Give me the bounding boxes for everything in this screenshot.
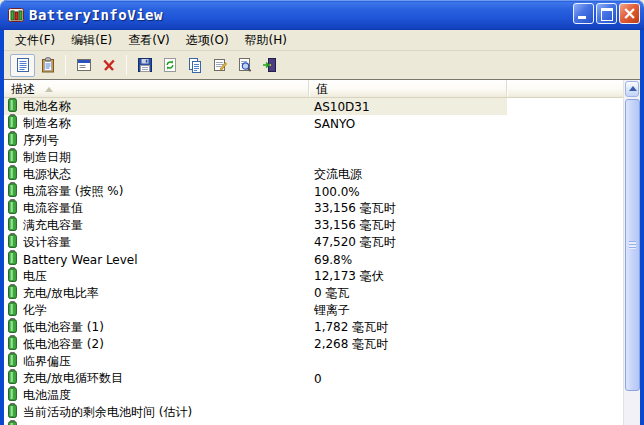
table-row[interactable]: 化学锂离子 bbox=[4, 302, 623, 319]
row-description: 制造日期 bbox=[23, 149, 309, 166]
window-body: 文件(F)编辑(E)查看(V)选项(O)帮助(H) 描述 值 电池名称AS10D… bbox=[0, 30, 644, 425]
table-rows: 电池名称AS10D31制造名称SANYO序列号制造日期电源状态交流电源电流容量 … bbox=[4, 98, 623, 425]
table-row[interactable]: 制造日期 bbox=[4, 149, 623, 166]
table-row[interactable]: 充电/放电循环数目0 bbox=[4, 370, 623, 387]
menu-item-options[interactable]: 选项(O) bbox=[178, 30, 237, 51]
table-row[interactable]: 电源状态交流电源 bbox=[4, 166, 623, 183]
row-description: 电源状态 bbox=[23, 166, 309, 183]
save-icon bbox=[137, 57, 153, 73]
table-row[interactable]: 序列号 bbox=[4, 132, 623, 149]
row-description: 电池温度 bbox=[23, 387, 309, 404]
minimize-button[interactable] bbox=[573, 3, 594, 24]
row-description: 低电池容量 (2) bbox=[23, 336, 309, 353]
sort-ascending-icon bbox=[45, 87, 53, 92]
table-row[interactable]: Battery Wear Level69.8% bbox=[4, 251, 623, 268]
choose-columns-button[interactable] bbox=[71, 54, 96, 77]
menu-item-view[interactable]: 查看(V) bbox=[120, 30, 178, 51]
row-value: AS10D31 bbox=[309, 100, 370, 114]
window-controls bbox=[573, 3, 640, 24]
battery-info-table: 描述 值 电池名称AS10D31制造名称SANYO序列号制造日期电源状态交流电源… bbox=[4, 79, 640, 425]
row-value: 33,156 毫瓦时 bbox=[309, 200, 396, 217]
table-row[interactable]: 设计容量47,520 毫瓦时 bbox=[4, 234, 623, 251]
row-description: 电流容量 (按照 %) bbox=[23, 183, 309, 200]
row-value: 47,520 毫瓦时 bbox=[309, 234, 396, 251]
table-header: 描述 值 bbox=[4, 80, 623, 98]
copy-icon bbox=[187, 57, 203, 73]
find-button[interactable] bbox=[232, 54, 257, 77]
column-header-description[interactable]: 描述 bbox=[4, 80, 309, 97]
window-title: BatteryInfoView bbox=[29, 7, 573, 23]
maximize-button[interactable] bbox=[596, 3, 617, 24]
toolbar-separator bbox=[65, 55, 66, 75]
report-view-icon bbox=[15, 57, 31, 73]
row-description: Battery Wear Level bbox=[23, 253, 309, 267]
row-description: 电流容量值 bbox=[23, 200, 309, 217]
row-description: 序列号 bbox=[23, 132, 309, 149]
table-row[interactable]: 低电池容量 (1)1,782 毫瓦时 bbox=[4, 319, 623, 336]
row-description: 充电/放电循环数目 bbox=[23, 370, 309, 387]
menu-item-help[interactable]: 帮助(H) bbox=[237, 30, 295, 51]
table-row[interactable] bbox=[4, 421, 623, 425]
table-row[interactable]: 满充电容量33,156 毫瓦时 bbox=[4, 217, 623, 234]
column-header-empty[interactable] bbox=[507, 80, 623, 97]
table-row[interactable]: 临界偏压 bbox=[4, 353, 623, 370]
delete-icon bbox=[101, 57, 117, 73]
table-row[interactable]: 低电池容量 (2)2,268 毫瓦时 bbox=[4, 336, 623, 353]
table-row[interactable]: 充电/放电比率0 毫瓦 bbox=[4, 285, 623, 302]
toolbar bbox=[4, 51, 640, 79]
battery-info-view-window: BatteryInfoView 文件(F)编辑(E)查看(V)选项(O)帮助(H… bbox=[0, 0, 644, 425]
refresh-button[interactable] bbox=[157, 54, 182, 77]
table-row[interactable]: 电池温度 bbox=[4, 387, 623, 404]
toolbar-separator bbox=[126, 55, 127, 75]
row-value: 33,156 毫瓦时 bbox=[309, 217, 396, 234]
row-value: 交流电源 bbox=[309, 166, 362, 183]
table-row[interactable]: 电流容量值33,156 毫瓦时 bbox=[4, 200, 623, 217]
row-value: 1,782 毫瓦时 bbox=[309, 319, 388, 336]
row-description: 临界偏压 bbox=[23, 353, 309, 370]
column-header-description-label: 描述 bbox=[11, 81, 35, 98]
vertical-scrollbar[interactable] bbox=[623, 80, 640, 425]
table-row[interactable]: 电池名称AS10D31 bbox=[4, 98, 623, 115]
row-value: SANYO bbox=[309, 117, 355, 131]
row-value: 2,268 毫瓦时 bbox=[309, 336, 388, 353]
exit-button[interactable] bbox=[257, 54, 282, 77]
clipboard-view-button[interactable] bbox=[35, 54, 60, 77]
row-description: 充电/放电比率 bbox=[23, 285, 309, 302]
choose-columns-icon bbox=[76, 57, 92, 73]
menu-item-file[interactable]: 文件(F) bbox=[7, 30, 63, 51]
menu-bar: 文件(F)编辑(E)查看(V)选项(O)帮助(H) bbox=[4, 30, 640, 51]
scrollbar-grip-icon bbox=[629, 241, 636, 249]
delete-button[interactable] bbox=[96, 54, 121, 77]
exit-icon bbox=[262, 57, 278, 73]
row-description: 当前活动的剩余电池时间 (估计) bbox=[23, 404, 309, 421]
refresh-icon bbox=[162, 57, 178, 73]
column-header-value[interactable]: 值 bbox=[309, 80, 507, 97]
save-button[interactable] bbox=[132, 54, 157, 77]
clipboard-view-icon bbox=[40, 57, 56, 73]
table-row[interactable]: 电流容量 (按照 %)100.0% bbox=[4, 183, 623, 200]
row-value: 100.0% bbox=[309, 185, 360, 199]
row-description: 电压 bbox=[23, 268, 309, 285]
app-icon bbox=[8, 7, 24, 23]
row-description: 化学 bbox=[23, 302, 309, 319]
table-row[interactable]: 当前活动的剩余电池时间 (估计) bbox=[4, 404, 623, 421]
menu-item-edit[interactable]: 编辑(E) bbox=[63, 30, 120, 51]
properties-button[interactable] bbox=[207, 54, 232, 77]
table-row[interactable]: 电压12,173 毫伏 bbox=[4, 268, 623, 285]
row-description: 制造名称 bbox=[23, 115, 309, 132]
row-description: 低电池容量 (1) bbox=[23, 319, 309, 336]
battery-icon bbox=[4, 420, 23, 425]
close-button[interactable] bbox=[619, 3, 640, 24]
row-value: 锂离子 bbox=[309, 302, 350, 319]
row-value: 12,173 毫伏 bbox=[309, 268, 384, 285]
scrollbar-thumb[interactable] bbox=[625, 99, 640, 391]
row-value: 0 毫瓦 bbox=[309, 285, 349, 302]
report-view-button[interactable] bbox=[10, 54, 35, 77]
table-row[interactable]: 制造名称SANYO bbox=[4, 115, 623, 132]
copy-button[interactable] bbox=[182, 54, 207, 77]
properties-icon bbox=[212, 57, 228, 73]
find-icon bbox=[237, 57, 253, 73]
title-bar: BatteryInfoView bbox=[0, 0, 644, 30]
scrollbar-up-icon[interactable] bbox=[625, 81, 639, 97]
row-description: 电池名称 bbox=[23, 98, 309, 115]
